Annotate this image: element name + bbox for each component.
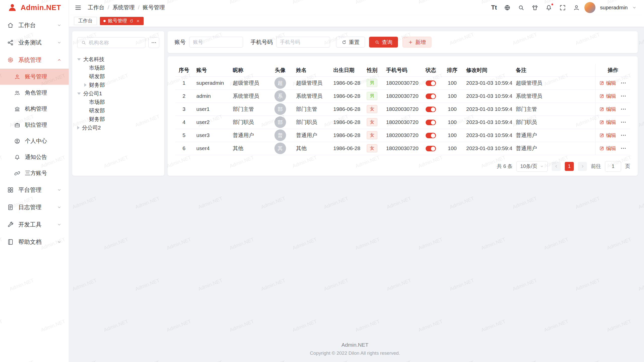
phone-label: 手机号码	[251, 38, 273, 46]
sidebar-subitem-org[interactable]: 机构管理	[0, 101, 69, 117]
sidebar-item-workbench[interactable]: 工作台	[0, 17, 69, 34]
username[interactable]: superadmin	[600, 5, 628, 11]
sidebar-subitem-third-account[interactable]: 三方账号	[0, 165, 69, 181]
grid-icon	[7, 187, 14, 193]
tree-node[interactable]: 财务部	[77, 81, 159, 89]
account-field	[189, 37, 243, 48]
tree-more-button[interactable]	[148, 37, 159, 48]
search-button[interactable]: 查询	[369, 37, 398, 48]
tree-caret-icon[interactable]	[84, 83, 87, 87]
chevron-down-icon[interactable]	[632, 6, 636, 10]
more-icon	[620, 119, 627, 125]
tab-label: 账号管理	[108, 18, 127, 24]
sidebar-subitem-position[interactable]: 职位管理	[0, 117, 69, 133]
tree-caret-icon[interactable]	[77, 126, 79, 129]
goto-page-input[interactable]	[605, 161, 621, 172]
cell-index: 4	[175, 116, 193, 129]
more-actions-button[interactable]	[620, 80, 627, 86]
sidebar-item-system-admin[interactable]: 系统管理	[0, 51, 69, 69]
font-size-icon-glyph: Tt	[491, 5, 497, 11]
cell-order: 100	[442, 89, 463, 103]
status-toggle[interactable]	[426, 133, 436, 138]
edit-button[interactable]: 编辑	[599, 132, 616, 139]
sidebar-item-docs[interactable]: 帮助文档	[0, 233, 69, 251]
theme-icon[interactable]	[532, 4, 538, 11]
globe-icon[interactable]	[504, 4, 511, 11]
sidebar-subitem-account[interactable]: 账号管理	[0, 69, 69, 85]
user-icon[interactable]	[573, 4, 580, 11]
search-icon	[375, 40, 380, 45]
goto-label: 前往	[591, 163, 601, 170]
more-actions-button[interactable]	[620, 145, 627, 152]
tab-account[interactable]: 账号管理	[100, 17, 144, 25]
page-size-select[interactable]: 10条/页	[516, 161, 548, 172]
more-actions-button[interactable]	[620, 132, 627, 139]
fullscreen-icon[interactable]	[559, 4, 566, 11]
tree-node-label: 市场部	[89, 64, 105, 71]
org-search-input[interactable]	[89, 40, 142, 46]
app-logo[interactable]: Admin.NET	[0, 0, 69, 15]
tree-node[interactable]: 市场部	[77, 98, 159, 106]
more-icon	[151, 40, 157, 46]
user-avatar[interactable]	[584, 2, 595, 13]
phone-input[interactable]	[280, 39, 326, 45]
current-page[interactable]: 1	[565, 162, 574, 171]
status-toggle[interactable]	[426, 94, 436, 99]
more-actions-button[interactable]	[620, 93, 627, 99]
tree-node[interactable]: 研发部	[77, 106, 159, 115]
sidebar-item-devtools[interactable]: 开发工具	[0, 216, 69, 233]
search-icon[interactable]	[518, 4, 525, 11]
edit-button[interactable]: 编辑	[599, 93, 616, 100]
cell-remark: 普通用户	[512, 142, 595, 155]
cell-birth-date: 1986-06-28	[330, 103, 362, 116]
edit-label: 编辑	[606, 106, 616, 113]
cell-name: 普通用户	[293, 129, 330, 142]
more-actions-button[interactable]	[620, 106, 627, 112]
tree-node-label: 分公司2	[82, 124, 101, 131]
plus-icon	[408, 40, 413, 45]
prev-page-button[interactable]	[552, 162, 561, 171]
tree-caret-icon[interactable]	[77, 93, 81, 95]
sidebar-subitem-role[interactable]: 角色管理	[0, 85, 69, 101]
tree-node[interactable]: 分公司2	[77, 123, 159, 132]
reset-button[interactable]: 重置	[336, 37, 365, 48]
tree-node[interactable]: 研发部	[77, 72, 159, 81]
profile-icon	[14, 138, 20, 144]
sidebar-item-log[interactable]: 日志管理	[0, 199, 69, 216]
breadcrumb-item[interactable]: 工作台	[88, 4, 104, 11]
tree-node-label: 分公司1	[83, 90, 102, 97]
status-toggle[interactable]	[426, 80, 436, 86]
column-header: 姓名	[293, 64, 330, 76]
tree-caret-icon[interactable]	[77, 58, 81, 61]
hamburger-menu-icon[interactable]	[74, 4, 82, 11]
bell-icon[interactable]	[545, 4, 552, 11]
cell-birth-date: 1986-06-28	[330, 129, 362, 142]
home-icon	[7, 22, 14, 29]
tree-node[interactable]: 财务部	[77, 115, 159, 123]
page-size-value: 10条/页	[520, 163, 537, 170]
more-icon	[620, 80, 627, 86]
font-size-icon[interactable]: Tt	[491, 5, 497, 11]
tree-node[interactable]: 分公司1	[77, 89, 159, 98]
edit-button[interactable]: 编辑	[599, 80, 616, 86]
tree-node[interactable]: 大名科技	[77, 55, 159, 64]
sidebar-item-platform[interactable]: 平台管理	[0, 181, 69, 199]
add-button[interactable]: 新增	[403, 37, 431, 48]
more-actions-button[interactable]	[620, 119, 627, 125]
edit-button[interactable]: 编辑	[599, 145, 616, 152]
edit-label: 编辑	[606, 145, 616, 152]
status-toggle[interactable]	[426, 107, 436, 112]
edit-button[interactable]: 编辑	[599, 119, 616, 126]
sidebar-subitem-profile[interactable]: 个人中心	[0, 133, 69, 149]
status-toggle[interactable]	[426, 146, 436, 151]
edit-button[interactable]: 编辑	[599, 106, 616, 113]
breadcrumb-item[interactable]: 系统管理	[112, 4, 135, 11]
sidebar-subitem-notice[interactable]: 通知公告	[0, 149, 69, 165]
next-page-button[interactable]	[578, 162, 587, 171]
tab-workbench[interactable]: 工作台	[74, 17, 97, 25]
sidebar-item-business-test[interactable]: 业务测试	[0, 34, 69, 51]
status-toggle[interactable]	[426, 120, 436, 125]
tree-node[interactable]: 市场部	[77, 64, 159, 72]
tree-node-label: 研发部	[89, 73, 105, 80]
account-input[interactable]	[193, 39, 239, 45]
